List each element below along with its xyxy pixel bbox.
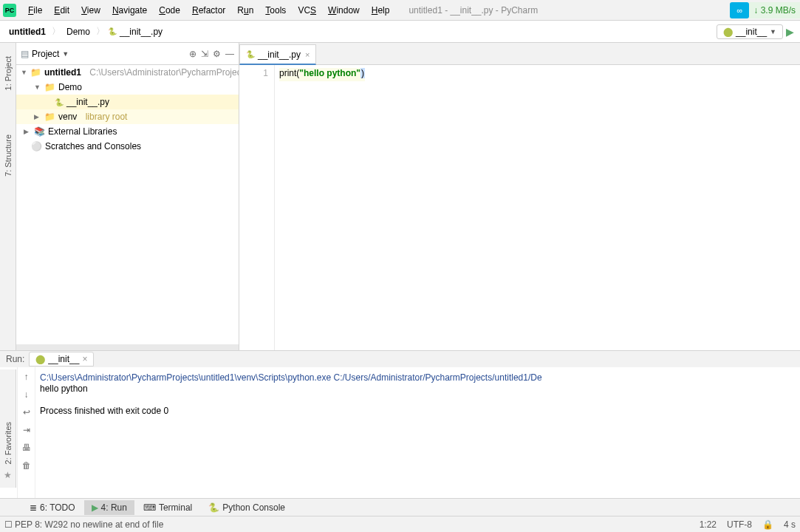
expand-arrow-icon[interactable]: ▼: [21, 69, 27, 76]
libraries-icon: 📚: [34, 126, 45, 137]
status-bar: ☐ PEP 8: W292 no newline at end of file …: [0, 516, 800, 532]
tab-label: 4: Run: [101, 502, 127, 513]
menu-run[interactable]: Run: [231, 2, 259, 18]
code-token-paren-caret: ): [360, 68, 365, 78]
tab-terminal[interactable]: ⌨ Terminal: [136, 500, 199, 515]
editor-tab-init[interactable]: 🐍 __init__.py ×: [239, 44, 316, 65]
tool-project-tab[interactable]: 1: Project: [4, 56, 13, 90]
hide-icon[interactable]: —: [225, 49, 234, 59]
tree-folder-venv[interactable]: ▶ 📁 venv library root: [16, 109, 239, 124]
expand-arrow-icon[interactable]: ▶: [24, 128, 31, 135]
code-area[interactable]: print("hello python"): [275, 65, 800, 350]
file-encoding[interactable]: UTF-8: [727, 519, 752, 530]
menu-refactor[interactable]: Refactor: [186, 2, 231, 18]
tab-label: Python Console: [222, 502, 285, 513]
tab-run[interactable]: ▶ 4: Run: [84, 500, 134, 515]
breadcrumb-folder[interactable]: Demo: [64, 27, 93, 37]
menu-window[interactable]: Window: [322, 2, 366, 18]
collapse-icon[interactable]: ⇲: [201, 49, 208, 59]
console-exit: Process finished with exit code 0: [40, 406, 168, 416]
menu-edit[interactable]: Edit: [48, 2, 75, 18]
chevron-down-icon: ▼: [770, 28, 776, 35]
star-icon[interactable]: ★: [4, 470, 12, 480]
cloud-icon: ∞: [730, 2, 749, 18]
project-tree[interactable]: ▼ 📁 untitled1 C:\Users\Administrator\Pyc…: [16, 65, 239, 344]
caret-position[interactable]: 1:22: [700, 519, 717, 530]
tree-scratches[interactable]: ⚪ Scratches and Consoles: [16, 139, 239, 154]
tree-project-root[interactable]: ▼ 📁 untitled1 C:\Users\Administrator\Pyc…: [16, 65, 239, 80]
project-panel-title[interactable]: Project: [32, 49, 59, 59]
left-tool-gutter: 1: Project 7: Structure: [0, 43, 16, 350]
scroll-icon[interactable]: ⇥: [23, 425, 30, 435]
play-icon: ▶: [92, 502, 98, 513]
bottom-tool-tabs: ≣ 6: TODO ▶ 4: Run ⌨ Terminal 🐍 Python C…: [0, 498, 800, 516]
file-label: __init__.py: [66, 97, 109, 107]
terminal-icon: ⌨: [143, 502, 156, 513]
console-command: C:\Users\Administrator\PycharmProjects\u…: [40, 372, 542, 383]
menu-view[interactable]: View: [75, 2, 106, 18]
run-header: Run: ⬤ __init__ ×: [0, 351, 800, 367]
app-icon: PC: [3, 4, 16, 17]
event-log-icon[interactable]: ☐: [4, 519, 13, 530]
folder-label: Demo: [58, 82, 82, 92]
close-tab-icon[interactable]: ×: [82, 354, 87, 364]
scratches-icon: ⚪: [31, 141, 42, 151]
menu-navigate[interactable]: Navigate: [106, 2, 153, 18]
menu-file[interactable]: File: [22, 2, 48, 18]
breadcrumb-root[interactable]: untitled1: [6, 27, 49, 37]
locate-icon[interactable]: ⊕: [189, 49, 196, 59]
menu-vcs[interactable]: VCS: [292, 2, 322, 18]
console-output[interactable]: C:\Users\Administrator\PycharmProjects\u…: [35, 367, 800, 498]
code-token-print: print: [279, 68, 296, 78]
wrap-icon[interactable]: ↩: [23, 407, 30, 417]
breadcrumb-file[interactable]: __init__.py: [117, 27, 165, 37]
up-icon[interactable]: ↑: [24, 372, 29, 382]
run-label: Run:: [6, 354, 24, 364]
lock-icon[interactable]: 🔒: [762, 519, 773, 530]
close-tab-icon[interactable]: ×: [305, 50, 310, 59]
menu-code[interactable]: Code: [153, 2, 186, 18]
folder-icon: 📁: [44, 82, 55, 92]
tool-favorites-tab[interactable]: 2: Favorites: [4, 422, 13, 464]
tab-label: 6: TODO: [40, 502, 75, 513]
tab-python-console[interactable]: 🐍 Python Console: [201, 500, 293, 515]
down-icon[interactable]: ↓: [24, 389, 29, 400]
tool-structure-tab[interactable]: 7: Structure: [4, 134, 13, 177]
code-token-string: "hello python": [299, 68, 360, 78]
menu-help[interactable]: Help: [366, 2, 396, 18]
expand-arrow-icon[interactable]: ▼: [34, 83, 41, 91]
run-tool-window: Run: ⬤ __init__ × ▶ ■ ≣ ≡ 📌 ↑ ↓ ↩ ⇥ 🖶 🗑 …: [0, 350, 800, 498]
chevron-down-icon[interactable]: ▼: [62, 50, 69, 58]
tree-file-init[interactable]: 🐍 __init__.py: [16, 95, 239, 109]
library-root-label: library root: [86, 112, 128, 122]
navigation-bar: untitled1 〉 Demo 〉 🐍 __init__.py ⬤ __ini…: [0, 21, 800, 43]
scrollbar-track[interactable]: [16, 344, 239, 350]
expand-arrow-icon[interactable]: ▶: [34, 113, 41, 120]
breadcrumb-sep-icon: 〉: [93, 25, 108, 38]
console-stdout: hello python: [40, 383, 88, 394]
external-libraries-label: External Libraries: [48, 126, 117, 137]
settings-icon[interactable]: ⚙: [213, 49, 221, 59]
run-toolbar-left2: ↑ ↓ ↩ ⇥ 🖶 🗑: [18, 367, 35, 498]
line-number-gutter: 1: [239, 65, 275, 350]
trash-icon[interactable]: 🗑: [22, 460, 31, 471]
tab-todo[interactable]: ≣ 6: TODO: [22, 500, 83, 515]
editor-body[interactable]: 1 print("hello python"): [239, 65, 800, 350]
run-tab[interactable]: ⬤ __init__ ×: [29, 352, 94, 366]
project-panel-header: ▤ Project ▼ ⊕ ⇲ ⚙ —: [16, 43, 239, 65]
run-configuration-selector[interactable]: ⬤ __init__ ▼: [717, 24, 783, 39]
tree-folder-demo[interactable]: ▼ 📁 Demo: [16, 80, 239, 95]
tab-label: __init__.py: [258, 50, 301, 60]
folder-icon: 📁: [30, 67, 41, 78]
tree-external-libraries[interactable]: ▶ 📚 External Libraries: [16, 124, 239, 139]
window-title: untitled1 - __init__.py - PyCharm: [408, 5, 538, 16]
menu-tools[interactable]: Tools: [259, 2, 292, 18]
python-file-icon: 🐍: [55, 98, 64, 106]
run-button[interactable]: ▶: [786, 26, 794, 38]
network-indicator: ∞ ↓ 3.9 MB/s: [730, 0, 800, 21]
editor-area: 🐍 __init__.py × 1 print("hello python"): [239, 43, 800, 350]
print-icon[interactable]: 🖶: [22, 443, 31, 453]
project-view-icon: ▤: [21, 49, 29, 59]
python-icon: ⬤: [723, 27, 733, 37]
indent-setting[interactable]: 4 s: [784, 519, 796, 530]
